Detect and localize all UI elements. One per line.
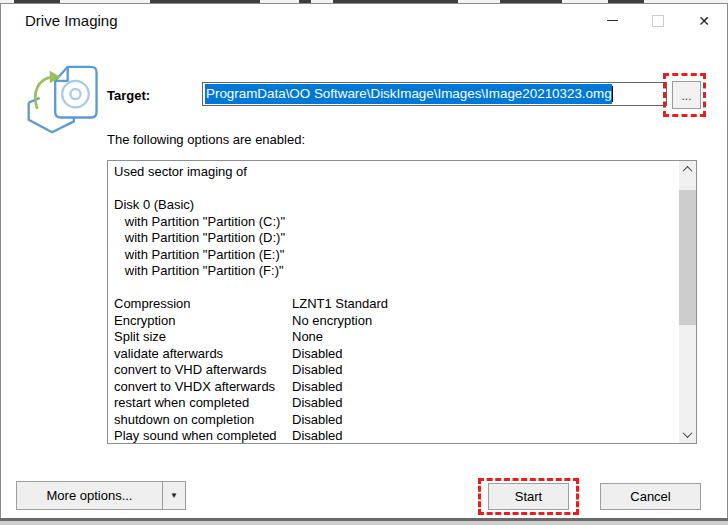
option-line: Used sector imaging of bbox=[114, 164, 679, 181]
scroll-down-button[interactable] bbox=[679, 426, 696, 443]
option-line: with Partition "Partition (D:)" bbox=[114, 230, 679, 247]
option-line: CompressionLZNT1 Standard bbox=[114, 296, 679, 313]
option-line bbox=[114, 280, 679, 297]
option-line: with Partition "Partition (E:)" bbox=[114, 247, 679, 264]
window-title: Drive Imaging bbox=[25, 4, 118, 37]
chevron-up-icon bbox=[683, 166, 693, 176]
option-line bbox=[114, 181, 679, 198]
option-line: shutdown on completionDisabled bbox=[114, 412, 679, 429]
target-label: Target: bbox=[107, 88, 150, 103]
option-line: with Partition "Partition (F:)" bbox=[114, 263, 679, 280]
annotation-start-highlight bbox=[478, 478, 579, 515]
option-line: EncryptionNo encryption bbox=[114, 313, 679, 330]
target-path-selected-text: ProgramData\OO Software\DiskImage\Images… bbox=[205, 84, 612, 104]
annotation-browse-highlight bbox=[663, 73, 706, 117]
option-line: with Partition "Partition (C:)" bbox=[114, 214, 679, 231]
more-options-label: More options... bbox=[17, 488, 162, 503]
drive-imaging-dialog: Drive Imaging ✕ bbox=[0, 3, 728, 520]
more-options-button[interactable]: More options... ▼ bbox=[16, 481, 186, 510]
caption-buttons: ✕ bbox=[589, 4, 727, 37]
option-line: restart when completedDisabled bbox=[114, 395, 679, 412]
scroll-up-button[interactable] bbox=[679, 161, 696, 178]
maximize-icon bbox=[652, 15, 664, 27]
drive-image-icon bbox=[24, 58, 102, 138]
minimize-button[interactable] bbox=[589, 4, 635, 37]
option-line: convert to VHD afterwardsDisabled bbox=[114, 362, 679, 379]
option-line: validate afterwardsDisabled bbox=[114, 346, 679, 363]
text-caret bbox=[612, 86, 613, 102]
minimize-icon bbox=[607, 20, 618, 21]
target-path-input[interactable]: ProgramData\OO Software\DiskImage\Images… bbox=[202, 82, 667, 106]
cancel-button[interactable]: Cancel bbox=[600, 483, 701, 510]
vertical-scrollbar[interactable] bbox=[679, 161, 696, 443]
background-window-sliver-bottom bbox=[0, 518, 728, 525]
close-button[interactable]: ✕ bbox=[681, 4, 727, 37]
close-icon: ✕ bbox=[698, 13, 710, 29]
maximize-button bbox=[635, 4, 681, 37]
scrollbar-thumb[interactable] bbox=[679, 190, 696, 325]
options-heading: The following options are enabled: bbox=[107, 132, 305, 147]
title-bar[interactable]: Drive Imaging ✕ bbox=[1, 4, 727, 37]
options-list: Used sector imaging of Disk 0 (Basic) wi… bbox=[108, 161, 679, 443]
options-listbox[interactable]: Used sector imaging of Disk 0 (Basic) wi… bbox=[107, 160, 697, 444]
option-line: Split sizeNone bbox=[114, 329, 679, 346]
option-line: Disk 0 (Basic) bbox=[114, 197, 679, 214]
chevron-down-icon bbox=[683, 428, 693, 438]
option-line: convert to VHDX afterwardsDisabled bbox=[114, 379, 679, 396]
option-line: Play sound when completedDisabled bbox=[114, 428, 679, 443]
dropdown-arrow-icon[interactable]: ▼ bbox=[163, 491, 185, 500]
screen: Drive Imaging ✕ bbox=[0, 0, 728, 525]
